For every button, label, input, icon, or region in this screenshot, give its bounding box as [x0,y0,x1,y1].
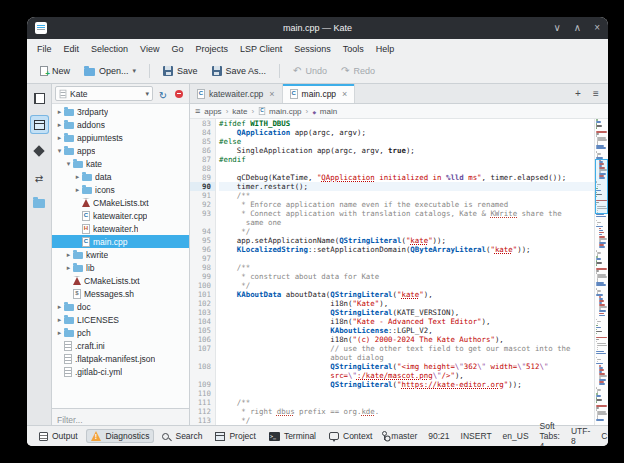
line-number[interactable]: 99 [190,272,215,281]
tree-item-messages-sh[interactable]: Messages.sh [52,287,189,300]
code-line[interactable]: /** [219,263,594,272]
line-number[interactable]: 105 [190,326,215,335]
save-as-button[interactable]: Save As... [206,63,273,79]
line-number[interactable]: 98 [190,263,215,272]
code-view[interactable]: #ifdef WITH_DBUS QApplication app(argc, … [216,119,594,425]
tree-item-3rdparty[interactable]: ▸3rdparty [52,105,189,118]
menu-edit[interactable]: Edit [58,42,86,56]
line-number[interactable]: 97 [190,254,215,263]
menu-tools[interactable]: Tools [337,42,370,56]
panel-toggle-terminal[interactable]: Terminal [264,429,321,443]
line-number[interactable]: 91 [190,191,215,200]
tree-item-kate[interactable]: ▾kate [52,157,189,170]
expand-arrow-icon[interactable]: ▸ [64,264,73,272]
panel-toggle-diagnostics[interactable]: Diagnostics [86,429,155,443]
code-line[interactable]: timer.restart(); [219,182,594,191]
expand-arrow-icon[interactable]: ▸ [55,303,64,311]
code-line[interactable]: QStringLiteral(KATE_VERSION), [219,308,594,317]
line-number[interactable]: 86 [190,146,215,155]
title-bar[interactable]: main.cpp — Kate ∨∧× [27,17,608,39]
menu-file[interactable]: File [31,42,58,56]
line-number[interactable]: 88 [190,164,215,173]
tab-katewaiter-cpp[interactable]: katewaiter.cpp× [190,84,283,103]
panel-toggle-project[interactable]: Project [210,429,260,443]
code-line[interactable] [219,164,594,173]
line-number[interactable]: 102 [190,299,215,308]
close-tab-icon[interactable]: × [342,89,347,99]
tree-item-licenses[interactable]: ▸LICENSES [52,313,189,326]
tool-compare-button[interactable] [30,167,49,186]
line-number[interactable]: 83 [190,119,215,128]
code-line[interactable]: app.setApplicationName(QStringLiteral("k… [219,236,594,245]
tree-item-cmakelists-txt[interactable]: CMakeLists.txt [52,274,189,287]
line-number[interactable]: 92 [190,200,215,209]
menu-projects[interactable]: Projects [189,42,234,56]
status-insert[interactable]: INSERT [461,431,492,441]
line-number[interactable]: 107 [190,344,215,353]
code-line[interactable]: QStringLiteral("<img height=\"362\" widt… [219,362,594,371]
tree-item-icons[interactable]: ▸icons [52,183,189,196]
code-line[interactable]: i18n("Kate - Advanced Text Editor"), [219,317,594,326]
menu-help[interactable]: Help [370,42,401,56]
code-line[interactable]: i18n("Kate"), [219,299,594,308]
line-number[interactable] [190,218,215,227]
code-line[interactable]: * construct about data for Kate [219,272,594,281]
expand-arrow-icon[interactable]: ▸ [55,329,64,337]
minimap-viewport[interactable] [595,159,608,214]
line-number[interactable]: 95 [190,236,215,245]
menu-sessions[interactable]: Sessions [288,42,337,56]
breadcrumb-main[interactable]: main [312,107,337,116]
tab-main-cpp[interactable]: main.cpp× [283,84,356,103]
expand-arrow-icon[interactable]: ▾ [64,160,73,168]
refresh-project-button[interactable] [156,87,170,101]
minimap-scrollbar[interactable] [594,119,608,425]
status-master[interactable]: master [380,431,417,441]
line-number[interactable]: 84 [190,128,215,137]
code-line[interactable]: * right dbus prefix == org.kde. [219,407,594,416]
code-line[interactable]: */ [219,416,594,425]
line-number[interactable]: 101 [190,290,215,299]
tool-filesystem-button[interactable] [30,193,49,212]
line-number[interactable]: 93 [190,209,215,218]
line-number[interactable] [190,353,215,362]
code-line[interactable]: i18n("(c) 2000-2024 The Kate Authors"), [219,335,594,344]
code-line[interactable]: * Enforce application name even if the e… [219,200,594,209]
line-number[interactable]: 112 [190,407,215,416]
expand-arrow-icon[interactable]: ▸ [55,134,64,142]
tree-item-pch[interactable]: ▸pch [52,326,189,339]
tree-item-main-cpp[interactable]: main.cpp [52,235,189,248]
project-selector[interactable]: Kate ▾ [55,86,153,101]
line-number[interactable]: 109 [190,380,215,389]
menu-selection[interactable]: Selection [85,42,134,56]
tree-item-katewaiter-cpp[interactable]: katewaiter.cpp [52,209,189,222]
code-line[interactable]: /** [219,191,594,200]
line-number[interactable]: 104 [190,317,215,326]
new-button[interactable]: New [34,63,76,79]
expand-arrow-icon[interactable]: ▸ [55,108,64,116]
code-line[interactable]: #else [219,137,594,146]
tree-item-katewaiter-h[interactable]: katewaiter.h [52,222,189,235]
line-number[interactable]: 96 [190,245,215,254]
line-number[interactable]: 106 [190,335,215,344]
tree-item-appiumtests[interactable]: ▸appiumtests [52,131,189,144]
code-line[interactable]: SingleApplication app(argc, argv, true); [219,146,594,155]
panel-toggle-context[interactable]: Context [324,429,377,443]
new-tab-button[interactable]: + [571,87,585,101]
tree-item-kwrite[interactable]: ▸kwrite [52,248,189,261]
code-line[interactable]: KAboutData aboutData(QStringLiteral("kat… [219,290,594,299]
code-line[interactable]: QStringLiteral("https://kate-editor.org"… [219,380,594,389]
line-number[interactable]: 108 [190,362,215,371]
code-line[interactable]: same one [219,218,594,227]
tree-item-data[interactable]: ▸data [52,170,189,183]
open-button[interactable]: Open...▾ [78,63,142,79]
status-en-us[interactable]: en_US [503,431,529,441]
status-c[interactable]: C++ [601,431,608,441]
tree-item-lib[interactable]: ▸lib [52,261,189,274]
panel-toggle-search[interactable]: Search [157,429,207,443]
tool-symbols-button[interactable] [30,141,49,160]
code-line[interactable] [219,389,594,398]
code-line[interactable]: about dialog [219,353,594,362]
line-number[interactable]: 87 [190,155,215,164]
close-button[interactable]: × [594,17,600,39]
expand-arrow-icon[interactable]: ▸ [73,173,82,181]
